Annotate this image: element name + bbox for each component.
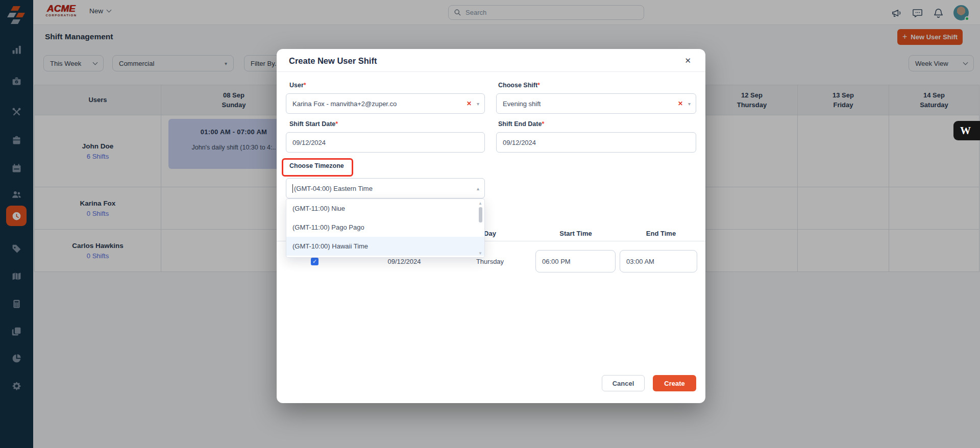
timezone-combobox[interactable]: (GMT-04:00) Eastern Time ▴	[286, 178, 485, 198]
text-cursor	[292, 184, 293, 193]
scroll-up-icon[interactable]: ▲	[478, 201, 483, 206]
user-field-label: User*	[289, 82, 306, 89]
clear-icon[interactable]: ✕	[467, 100, 472, 107]
timezone-option-highlighted[interactable]: (GMT-10:00) Hawaii Time	[286, 237, 484, 256]
schedule-row-checkbox[interactable]: ✓	[311, 258, 318, 265]
schedule-start-time-header: Start Time	[559, 230, 592, 237]
start-date-field-label: Shift Start Date*	[289, 120, 338, 128]
user-select-value: Karina Fox - manvitha+2@zuper.co	[292, 100, 397, 108]
caret-down-icon[interactable]: ▾	[477, 101, 479, 107]
required-mark: *	[542, 120, 544, 128]
close-icon[interactable]: ✕	[684, 56, 691, 65]
cancel-button[interactable]: Cancel	[602, 375, 645, 391]
clear-icon[interactable]: ✕	[678, 100, 683, 107]
choose-shift-field-label: Choose Shift*	[498, 82, 540, 89]
walkme-widget[interactable]: W	[953, 121, 980, 140]
dropdown-scrollbar[interactable]: ▲ ▼	[478, 201, 483, 256]
start-date-input[interactable]: 09/12/2024	[286, 132, 485, 153]
choose-shift-value: Evening shift	[503, 100, 541, 108]
timezone-value: (GMT-04:00) Eastern Time	[294, 185, 373, 192]
schedule-row-day: Thursday	[476, 258, 504, 265]
end-date-field-label: Shift End Date*	[498, 120, 544, 128]
scroll-down-icon[interactable]: ▼	[478, 251, 483, 256]
required-mark: *	[335, 120, 338, 128]
required-mark: *	[304, 82, 306, 89]
end-time-input[interactable]: 03:00 AM	[620, 250, 697, 272]
modal-title: Create New User Shift	[289, 56, 377, 66]
timezone-dropdown-list: (GMT-11:00) Niue (GMT-11:00) Pago Pago (…	[286, 198, 485, 258]
divider	[277, 71, 705, 72]
user-select[interactable]: Karina Fox - manvitha+2@zuper.co ✕ ▾	[286, 93, 485, 114]
create-new-user-shift-modal: Create New User Shift ✕ User* Karina Fox…	[277, 49, 705, 403]
required-mark: *	[537, 82, 540, 89]
timezone-option[interactable]: (GMT-11:00) Pago Pago	[286, 218, 484, 237]
end-date-input[interactable]: 09/12/2024	[496, 132, 696, 153]
caret-up-icon[interactable]: ▴	[477, 186, 479, 191]
scrollbar-thumb[interactable]	[479, 207, 482, 222]
timezone-option[interactable]: (GMT-11:00) Niue	[286, 199, 484, 218]
start-time-input[interactable]: 06:00 PM	[535, 250, 616, 272]
create-button[interactable]: Create	[653, 375, 696, 391]
schedule-end-time-header: End Time	[646, 230, 676, 237]
schedule-day-header: Day	[484, 230, 496, 237]
choose-shift-select[interactable]: Evening shift ✕ ▾	[496, 93, 696, 114]
caret-down-icon[interactable]: ▾	[688, 101, 691, 107]
schedule-row-date: 09/12/2024	[387, 258, 421, 265]
choose-timezone-highlight-box	[282, 158, 353, 177]
